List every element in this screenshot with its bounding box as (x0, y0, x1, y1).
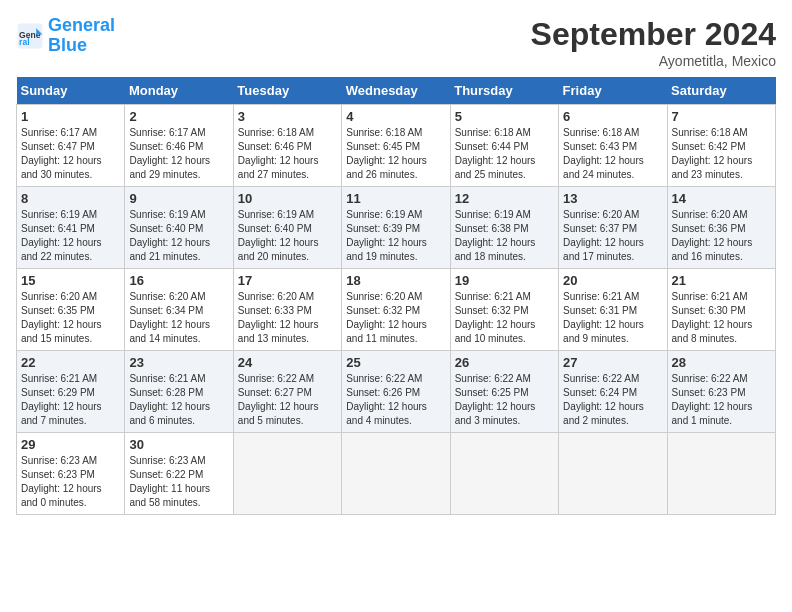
day-number: 13 (563, 191, 662, 206)
week-row-1: 1Sunrise: 6:17 AM Sunset: 6:47 PM Daylig… (17, 105, 776, 187)
header-row: SundayMondayTuesdayWednesdayThursdayFrid… (17, 77, 776, 105)
day-detail: Sunrise: 6:20 AM Sunset: 6:35 PM Dayligh… (21, 290, 120, 346)
day-number: 30 (129, 437, 228, 452)
day-detail: Sunrise: 6:19 AM Sunset: 6:38 PM Dayligh… (455, 208, 554, 264)
logo: Gene ral General Blue (16, 16, 115, 56)
day-cell: 6Sunrise: 6:18 AM Sunset: 6:43 PM Daylig… (559, 105, 667, 187)
day-cell: 28Sunrise: 6:22 AM Sunset: 6:23 PM Dayli… (667, 351, 775, 433)
day-detail: Sunrise: 6:20 AM Sunset: 6:32 PM Dayligh… (346, 290, 445, 346)
day-number: 27 (563, 355, 662, 370)
day-number: 21 (672, 273, 771, 288)
day-number: 15 (21, 273, 120, 288)
day-cell: 15Sunrise: 6:20 AM Sunset: 6:35 PM Dayli… (17, 269, 125, 351)
day-number: 6 (563, 109, 662, 124)
day-detail: Sunrise: 6:19 AM Sunset: 6:40 PM Dayligh… (129, 208, 228, 264)
day-cell: 17Sunrise: 6:20 AM Sunset: 6:33 PM Dayli… (233, 269, 341, 351)
day-detail: Sunrise: 6:18 AM Sunset: 6:42 PM Dayligh… (672, 126, 771, 182)
col-header-sunday: Sunday (17, 77, 125, 105)
day-number: 22 (21, 355, 120, 370)
week-row-3: 15Sunrise: 6:20 AM Sunset: 6:35 PM Dayli… (17, 269, 776, 351)
day-cell: 25Sunrise: 6:22 AM Sunset: 6:26 PM Dayli… (342, 351, 450, 433)
day-detail: Sunrise: 6:17 AM Sunset: 6:47 PM Dayligh… (21, 126, 120, 182)
day-cell (667, 433, 775, 515)
day-detail: Sunrise: 6:20 AM Sunset: 6:36 PM Dayligh… (672, 208, 771, 264)
day-detail: Sunrise: 6:22 AM Sunset: 6:26 PM Dayligh… (346, 372, 445, 428)
day-number: 24 (238, 355, 337, 370)
page-header: Gene ral General Blue September 2024 Ayo… (16, 16, 776, 69)
week-row-4: 22Sunrise: 6:21 AM Sunset: 6:29 PM Dayli… (17, 351, 776, 433)
calendar-title: September 2024 (531, 16, 776, 53)
day-number: 16 (129, 273, 228, 288)
day-number: 3 (238, 109, 337, 124)
day-detail: Sunrise: 6:22 AM Sunset: 6:25 PM Dayligh… (455, 372, 554, 428)
day-number: 9 (129, 191, 228, 206)
day-number: 26 (455, 355, 554, 370)
day-detail: Sunrise: 6:23 AM Sunset: 6:22 PM Dayligh… (129, 454, 228, 510)
day-detail: Sunrise: 6:17 AM Sunset: 6:46 PM Dayligh… (129, 126, 228, 182)
day-cell: 8Sunrise: 6:19 AM Sunset: 6:41 PM Daylig… (17, 187, 125, 269)
day-detail: Sunrise: 6:22 AM Sunset: 6:24 PM Dayligh… (563, 372, 662, 428)
day-detail: Sunrise: 6:21 AM Sunset: 6:32 PM Dayligh… (455, 290, 554, 346)
day-detail: Sunrise: 6:19 AM Sunset: 6:41 PM Dayligh… (21, 208, 120, 264)
day-number: 29 (21, 437, 120, 452)
day-cell: 9Sunrise: 6:19 AM Sunset: 6:40 PM Daylig… (125, 187, 233, 269)
day-number: 25 (346, 355, 445, 370)
week-row-2: 8Sunrise: 6:19 AM Sunset: 6:41 PM Daylig… (17, 187, 776, 269)
day-number: 14 (672, 191, 771, 206)
day-number: 23 (129, 355, 228, 370)
day-cell: 4Sunrise: 6:18 AM Sunset: 6:45 PM Daylig… (342, 105, 450, 187)
day-detail: Sunrise: 6:18 AM Sunset: 6:43 PM Dayligh… (563, 126, 662, 182)
day-detail: Sunrise: 6:23 AM Sunset: 6:23 PM Dayligh… (21, 454, 120, 510)
day-cell: 21Sunrise: 6:21 AM Sunset: 6:30 PM Dayli… (667, 269, 775, 351)
logo-icon: Gene ral (16, 22, 44, 50)
calendar-table: SundayMondayTuesdayWednesdayThursdayFrid… (16, 77, 776, 515)
day-cell: 30Sunrise: 6:23 AM Sunset: 6:22 PM Dayli… (125, 433, 233, 515)
day-detail: Sunrise: 6:21 AM Sunset: 6:28 PM Dayligh… (129, 372, 228, 428)
day-cell: 16Sunrise: 6:20 AM Sunset: 6:34 PM Dayli… (125, 269, 233, 351)
day-detail: Sunrise: 6:19 AM Sunset: 6:40 PM Dayligh… (238, 208, 337, 264)
day-number: 11 (346, 191, 445, 206)
day-detail: Sunrise: 6:19 AM Sunset: 6:39 PM Dayligh… (346, 208, 445, 264)
day-cell: 13Sunrise: 6:20 AM Sunset: 6:37 PM Dayli… (559, 187, 667, 269)
day-number: 17 (238, 273, 337, 288)
day-cell: 26Sunrise: 6:22 AM Sunset: 6:25 PM Dayli… (450, 351, 558, 433)
day-detail: Sunrise: 6:21 AM Sunset: 6:31 PM Dayligh… (563, 290, 662, 346)
day-cell: 5Sunrise: 6:18 AM Sunset: 6:44 PM Daylig… (450, 105, 558, 187)
day-cell: 29Sunrise: 6:23 AM Sunset: 6:23 PM Dayli… (17, 433, 125, 515)
logo-line1: General (48, 16, 115, 36)
title-block: September 2024 Ayometitla, Mexico (531, 16, 776, 69)
col-header-tuesday: Tuesday (233, 77, 341, 105)
day-cell: 11Sunrise: 6:19 AM Sunset: 6:39 PM Dayli… (342, 187, 450, 269)
day-number: 8 (21, 191, 120, 206)
day-number: 2 (129, 109, 228, 124)
col-header-monday: Monday (125, 77, 233, 105)
day-cell: 22Sunrise: 6:21 AM Sunset: 6:29 PM Dayli… (17, 351, 125, 433)
day-detail: Sunrise: 6:18 AM Sunset: 6:46 PM Dayligh… (238, 126, 337, 182)
col-header-saturday: Saturday (667, 77, 775, 105)
day-cell: 19Sunrise: 6:21 AM Sunset: 6:32 PM Dayli… (450, 269, 558, 351)
day-cell: 27Sunrise: 6:22 AM Sunset: 6:24 PM Dayli… (559, 351, 667, 433)
day-number: 18 (346, 273, 445, 288)
day-detail: Sunrise: 6:21 AM Sunset: 6:29 PM Dayligh… (21, 372, 120, 428)
day-cell: 2Sunrise: 6:17 AM Sunset: 6:46 PM Daylig… (125, 105, 233, 187)
day-number: 4 (346, 109, 445, 124)
day-detail: Sunrise: 6:22 AM Sunset: 6:27 PM Dayligh… (238, 372, 337, 428)
day-number: 28 (672, 355, 771, 370)
day-cell: 18Sunrise: 6:20 AM Sunset: 6:32 PM Dayli… (342, 269, 450, 351)
day-cell (450, 433, 558, 515)
day-number: 20 (563, 273, 662, 288)
day-cell: 10Sunrise: 6:19 AM Sunset: 6:40 PM Dayli… (233, 187, 341, 269)
day-cell: 3Sunrise: 6:18 AM Sunset: 6:46 PM Daylig… (233, 105, 341, 187)
day-cell: 23Sunrise: 6:21 AM Sunset: 6:28 PM Dayli… (125, 351, 233, 433)
day-cell (342, 433, 450, 515)
day-cell: 7Sunrise: 6:18 AM Sunset: 6:42 PM Daylig… (667, 105, 775, 187)
logo-line2: Blue (48, 36, 115, 56)
day-number: 10 (238, 191, 337, 206)
day-cell: 24Sunrise: 6:22 AM Sunset: 6:27 PM Dayli… (233, 351, 341, 433)
day-detail: Sunrise: 6:18 AM Sunset: 6:45 PM Dayligh… (346, 126, 445, 182)
day-number: 1 (21, 109, 120, 124)
svg-text:ral: ral (19, 37, 29, 47)
day-number: 12 (455, 191, 554, 206)
col-header-wednesday: Wednesday (342, 77, 450, 105)
day-detail: Sunrise: 6:18 AM Sunset: 6:44 PM Dayligh… (455, 126, 554, 182)
